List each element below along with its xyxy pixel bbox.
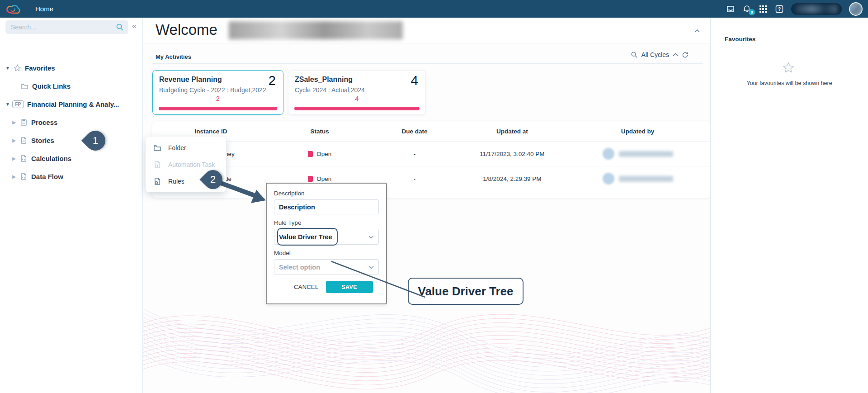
activities-table: Instance ID Status Due date Updated at U…	[152, 121, 710, 198]
svg-text:?: ?	[778, 7, 781, 12]
app-grid-icon[interactable]	[759, 5, 768, 14]
status-cell: Open	[269, 151, 370, 157]
avatar	[603, 173, 614, 185]
decorative-wave-pattern	[143, 309, 710, 393]
help-icon[interactable]: ?	[775, 5, 784, 14]
value-driver-tree-callout: Value Driver Tree	[408, 278, 524, 305]
menu-item-label: Automation Task	[168, 161, 215, 168]
column-header[interactable]: Status	[269, 128, 370, 135]
card-progress-count: 4	[295, 95, 419, 102]
sidebar-item-stories[interactable]: ▶ Stories	[11, 134, 54, 146]
due-date-cell: -	[370, 175, 459, 182]
chevron-right-icon[interactable]: ▶	[11, 120, 17, 125]
menu-item-label: Folder	[168, 144, 186, 152]
sidebar-item-quick-links[interactable]: Quick Links	[18, 80, 71, 92]
column-header[interactable]: Updated by	[565, 128, 710, 135]
rule-type-select[interactable]: Value Driver Tree	[274, 229, 379, 245]
rule-type-label: Rule Type	[274, 219, 379, 226]
due-date-cell: -	[370, 151, 459, 157]
sidebar-item-financial-planning[interactable]: ▼ FP Financial Planning & Analy...	[5, 98, 119, 110]
sidebar-search	[5, 20, 128, 34]
status-open-icon	[308, 151, 313, 157]
welcome-title: Welcome	[156, 21, 217, 38]
story-chart-file-icon	[20, 137, 28, 144]
status-open-icon	[308, 176, 313, 182]
sidebar-item-label: Data Flow	[31, 173, 63, 180]
cycles-filter[interactable]: All Cycles	[631, 51, 689, 58]
status-badge: Open	[316, 151, 331, 157]
table-header-row: Instance ID Status Due date Updated at U…	[152, 121, 710, 142]
collapse-up-icon[interactable]	[694, 28, 700, 33]
code-file-icon	[153, 161, 161, 169]
inbox-icon[interactable]	[726, 5, 735, 14]
clipboard-icon	[20, 118, 28, 126]
chevron-down-icon	[368, 235, 374, 239]
user-name-redacted	[229, 21, 403, 39]
updated-by-cell	[565, 148, 710, 160]
welcome-header: Welcome	[143, 18, 710, 43]
card-title: Revenue Planning	[159, 76, 222, 83]
chevron-right-icon[interactable]: ▶	[11, 174, 17, 179]
code-file-icon	[153, 177, 161, 185]
activity-card-revenue-planning[interactable]: Revenue Planning 2 Budgeting Cycle - 202…	[152, 70, 283, 115]
avatar	[603, 148, 614, 160]
sidebar-item-label: Stories	[31, 137, 54, 144]
user-avatar[interactable]	[849, 2, 863, 16]
card-progress-bar	[294, 107, 420, 110]
main-content: Welcome My Activities All Cycles Revenue…	[143, 18, 710, 393]
folder-icon	[21, 82, 28, 90]
status-cell: Open	[269, 175, 370, 182]
sidebar-item-label: Process	[31, 118, 57, 126]
refresh-icon[interactable]	[682, 52, 689, 58]
search-icon[interactable]	[631, 51, 638, 58]
cancel-button[interactable]: CANCEL	[294, 284, 319, 290]
card-subtitle: Budgeting Cycle - 2022 : Budget;2022	[159, 86, 277, 94]
model-label: Model	[274, 250, 379, 256]
favourites-empty-text: Your favourites will be shown here	[711, 80, 868, 86]
code-file-icon	[20, 173, 28, 180]
chevron-down-icon[interactable]: ▼	[5, 102, 11, 107]
description-input[interactable]	[274, 199, 379, 214]
notifications-bell-icon[interactable]: 0	[742, 5, 751, 14]
card-progress-count: 2	[159, 95, 277, 102]
chevron-down-icon[interactable]: ▼	[5, 66, 11, 71]
column-header[interactable]: Instance ID	[152, 128, 269, 135]
sidebar-item-favorites[interactable]: ▼ Favorites	[5, 62, 55, 74]
tenant-name-redacted	[791, 3, 842, 15]
callout-text: Value Driver Tree	[418, 284, 513, 298]
table-row[interactable]: ney Open - 11/17/2023, 3:02:40 PM	[152, 142, 710, 166]
folder-icon	[153, 144, 161, 152]
chevron-down-icon	[368, 265, 374, 269]
favourites-panel: Favourites Your favourites will be shown…	[710, 18, 868, 393]
redacted-name	[619, 176, 673, 182]
redacted-name	[619, 151, 673, 157]
search-input[interactable]	[5, 24, 116, 31]
code-file-icon	[20, 155, 28, 162]
app-logo-icon[interactable]	[6, 3, 22, 15]
home-tab[interactable]: Home	[35, 5, 53, 13]
chevron-right-icon[interactable]: ▶	[11, 138, 17, 143]
chevron-up-icon[interactable]	[673, 53, 678, 57]
sidebar-item-calculations[interactable]: ▶ Calculations	[11, 152, 71, 164]
card-progress-bar	[159, 107, 277, 110]
sidebar-collapse-icon[interactable]: «	[132, 22, 136, 31]
card-subtitle: Cycle 2024 : Actual;2024	[295, 86, 419, 94]
fp-module-badge: FP	[12, 100, 24, 108]
model-select[interactable]: Select option	[274, 259, 379, 275]
sidebar-item-data-flow[interactable]: ▶ Data Flow	[11, 170, 63, 182]
table-row[interactable]: de Open - 1/8/2024, 2:29:39 PM	[152, 166, 710, 191]
navigation-sidebar: « ▼ Favorites Quick Links ▼ FP Financial…	[0, 18, 143, 393]
cycles-filter-value[interactable]: All Cycles	[642, 51, 669, 58]
sidebar-item-process[interactable]: ▶ Process	[11, 116, 57, 128]
sidebar-item-label: Financial Planning & Analy...	[27, 100, 119, 108]
chevron-right-icon[interactable]: ▶	[11, 156, 17, 161]
rule-type-value: Value Driver Tree	[279, 233, 332, 241]
search-icon[interactable]	[116, 23, 124, 31]
create-rule-dialog: Description Rule Type Value Driver Tree …	[266, 183, 387, 304]
save-button[interactable]: SAVE	[326, 281, 373, 293]
activity-card-zsales-planning[interactable]: ZSales_Planning 4 Cycle 2024 : Actual;20…	[288, 70, 426, 115]
updated-by-cell	[565, 173, 710, 185]
menu-item-folder[interactable]: Folder	[146, 139, 226, 156]
column-header[interactable]: Updated at	[459, 128, 565, 135]
column-header[interactable]: Due date	[370, 128, 459, 135]
